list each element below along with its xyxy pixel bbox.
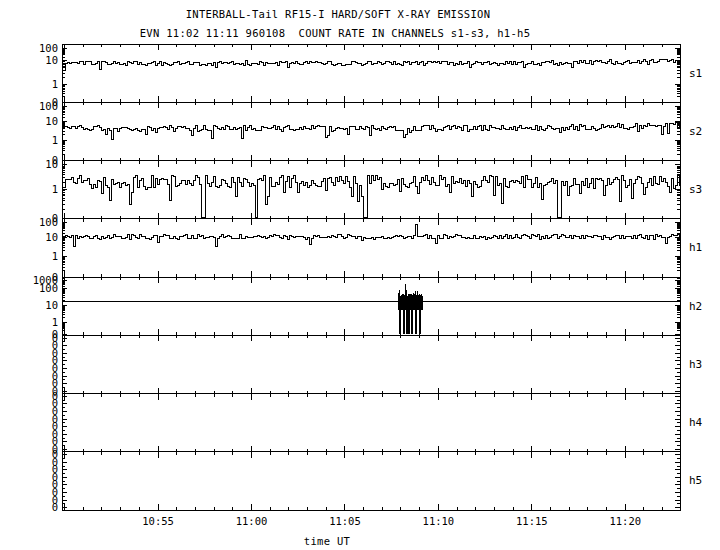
ytick-label-h2-3: 1 [52,316,58,328]
ytick-label-s1-0: 100 [39,42,58,54]
channel-label-s2: s2 [689,125,702,138]
panel-h3: 00000000h3 [52,332,703,397]
channel-label-h2: h2 [689,300,702,313]
trace-s3 [63,175,679,218]
panel-h2-frame [62,277,680,335]
trace-h1 [63,225,679,247]
panel-h2: 10001001010h2 [33,274,703,340]
channel-label-h3: h3 [689,358,702,371]
ytick-label-h1-1: 10 [45,231,58,243]
ytick-label-h2-1: 100 [39,282,58,294]
time-tick-label-1: 11:00 [236,515,268,527]
trace-s1 [63,59,679,70]
ytick-label-s2-0: 100 [39,100,58,112]
panel-s1-frame [62,44,680,102]
panel-h1: 1001010h1 [39,216,702,282]
ytick-label-h1-0: 100 [39,216,58,228]
panel-h4: 00000000h4 [52,390,703,455]
time-tick-label-0: 10:55 [142,515,174,527]
panel-h5: 00000000h5 [52,448,703,513]
time-tick-label-3: 11:10 [423,515,455,527]
panel-h1-frame [62,219,680,277]
trace-s2 [63,123,679,140]
panel-h5-frame [62,452,680,510]
ytick-label-s3-1: 1 [52,183,58,195]
ytick-label-s2-2: 1 [52,134,58,146]
ytick-label-s1-2: 1 [52,78,58,90]
time-axis-labels: 10:5511:0011:0511:1011:1511:20 [142,515,641,527]
panel-s1: 1001010s1 [39,42,702,108]
ytick-label-h1-2: 1 [52,250,58,262]
time-tick-label-5: 11:20 [609,515,641,527]
ytick-label-s3-0: 10 [45,158,58,170]
channel-label-s3: s3 [689,183,702,196]
ytick-label-h2-2: 10 [45,299,58,311]
ytick-label-h5-7: 0 [52,501,58,513]
ytick-label-s1-1: 10 [45,54,58,66]
time-tick-label-4: 11:15 [516,515,548,527]
panel-h4-frame [62,394,680,452]
panel-h3-frame [62,335,680,393]
channel-label-h1: h1 [689,241,702,254]
xray-multipanel-plot: 1001010s11001010s21010s31001010h11000100… [0,0,720,550]
channel-label-h5: h5 [689,474,702,487]
trace-h2-burst [398,284,422,334]
panel-s3: 1010s3 [45,158,702,223]
panel-s2: 1001010s2 [39,100,702,166]
panel-s3-frame [62,161,680,219]
time-tick-label-2: 11:05 [329,515,361,527]
x-axis-label: time UT [0,535,654,547]
channel-label-h4: h4 [689,416,703,429]
ytick-label-s2-1: 10 [45,115,58,127]
channel-label-s1: s1 [689,67,702,80]
